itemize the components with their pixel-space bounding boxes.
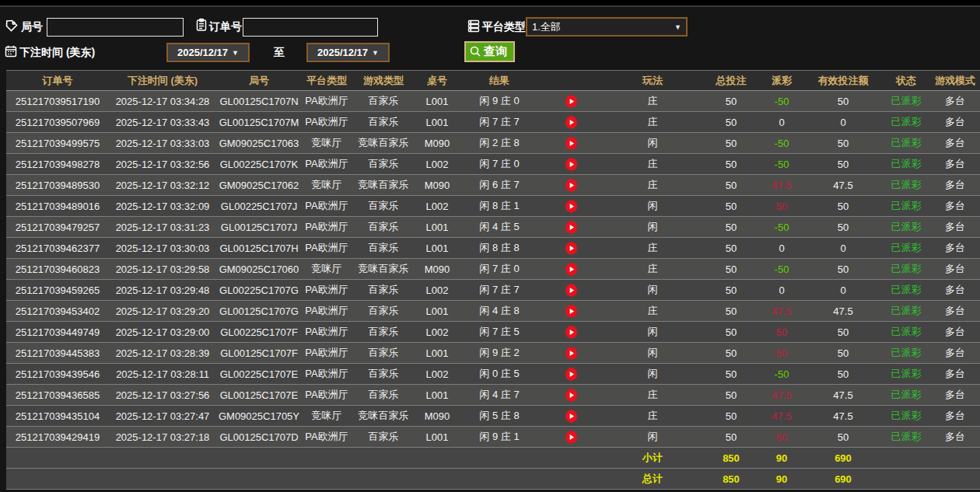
platform-select-value: 1.全部 (532, 20, 561, 34)
cell-time: 2025-12-17 03:31:23 (109, 217, 216, 238)
cell-table: L002 (415, 322, 459, 343)
search-button[interactable]: 查询 (464, 41, 515, 62)
cell-status: 已派彩 (882, 385, 930, 406)
cell-round: GL00225C1707E (216, 364, 302, 385)
date-from-select[interactable]: 2025/12/17 ▼ (166, 43, 250, 62)
cell-valid: 47.5 (804, 301, 882, 322)
table-row: 2512170394895302025-12-17 03:32:12GM0902… (6, 175, 980, 196)
date-range-to-label: 至 (274, 46, 285, 60)
bet-time-filter-label: 下注时间 (美东) (19, 46, 95, 60)
play-icon[interactable] (540, 154, 602, 175)
cell-time: 2025-12-17 03:27:18 (109, 427, 216, 448)
cell-order: 251217039460823 (6, 259, 109, 280)
cell-order: 251217039489530 (6, 175, 109, 196)
empty-cell (109, 469, 216, 490)
cell-status: 已派彩 (882, 154, 930, 175)
play-icon[interactable] (540, 364, 602, 385)
play-icon[interactable] (540, 175, 602, 196)
cell-round: GL00125C1707J (216, 217, 302, 238)
play-icon[interactable] (540, 196, 602, 217)
play-icon[interactable] (540, 280, 602, 301)
cell-mode: 多台 (930, 112, 980, 133)
calendar-icon (4, 44, 18, 58)
cell-game: 百家乐 (352, 217, 415, 238)
cell-game: 百家乐 (352, 238, 415, 259)
table-row: 2512170394534022025-12-17 03:29:20GL0012… (6, 301, 980, 322)
cell-mode: 多台 (930, 280, 980, 301)
cell-platform: PA欧洲厅 (302, 385, 352, 406)
subtotal-row-payout: 90 (759, 448, 804, 469)
cell-game: 百家乐 (352, 154, 415, 175)
col-header-total: 总投注 (703, 71, 759, 91)
cell-payout: 47.5 (759, 301, 804, 322)
cell-total: 50 (703, 217, 759, 238)
cell-order: 251217039435104 (6, 406, 109, 427)
play-icon[interactable] (540, 112, 602, 133)
date-to-select[interactable]: 2025/12/17 ▼ (306, 43, 390, 62)
table-row: 2512170394995752025-12-17 03:33:03GM0902… (6, 133, 980, 154)
cell-result: 闲 6 庄 7 (459, 175, 540, 196)
cell-order: 251217039449749 (6, 322, 109, 343)
play-icon[interactable] (540, 343, 602, 364)
grand-total-row-payout: 90 (759, 469, 804, 490)
col-header-order: 订单号 (6, 71, 109, 91)
cell-result: 闲 4 庄 7 (459, 385, 540, 406)
cell-total: 50 (703, 385, 759, 406)
grand-total-row-valid-bet: 690 (804, 469, 882, 490)
play-icon[interactable] (540, 427, 602, 448)
cell-mode: 多台 (930, 238, 980, 259)
cell-total: 50 (703, 133, 759, 154)
round-input[interactable] (47, 18, 184, 37)
col-header-table: 桌号 (415, 71, 459, 91)
cell-mode: 多台 (930, 301, 980, 322)
cell-table: L001 (415, 343, 459, 364)
play-icon[interactable] (540, 301, 602, 322)
play-icon[interactable] (540, 385, 602, 406)
cell-time: 2025-12-17 03:29:00 (109, 322, 216, 343)
cell-status: 已派彩 (882, 259, 930, 280)
cell-platform: PA欧洲厅 (302, 343, 352, 364)
play-icon[interactable] (540, 133, 602, 154)
magnifier-icon (469, 45, 482, 58)
cell-table: L001 (415, 91, 459, 112)
play-icon[interactable] (540, 259, 602, 280)
play-icon[interactable] (540, 217, 602, 238)
table-row: 2512170394608232025-12-17 03:29:58GM0902… (6, 259, 980, 280)
cell-mode: 多台 (930, 364, 980, 385)
cell-platform: PA欧洲厅 (302, 427, 352, 448)
cell-total: 50 (703, 322, 759, 343)
cell-platform: 竞咪厅 (302, 175, 352, 196)
chevron-down-icon: ▼ (232, 49, 239, 57)
cell-play: 闲 (602, 322, 703, 343)
play-icon[interactable] (540, 406, 602, 427)
bet-records-table: 订单号 下注时间 (美东) 局号 平台类型 游戏类型 桌号 结果 玩法 总投注 … (6, 70, 980, 490)
cell-valid: 50 (804, 91, 882, 112)
cell-payout: 50 (759, 196, 804, 217)
cell-status: 已派彩 (882, 406, 930, 427)
table-row: 2512170395171902025-12-17 03:34:28GL0012… (6, 91, 980, 112)
chevron-down-icon: ▼ (674, 23, 681, 31)
cell-total: 50 (703, 112, 759, 133)
cell-game: 百家乐 (352, 364, 415, 385)
play-icon[interactable] (540, 238, 602, 259)
table-row: 2512170394623772025-12-17 03:30:03GL0012… (6, 238, 980, 259)
cell-time: 2025-12-17 03:30:03 (109, 238, 216, 259)
platform-select[interactable]: 1.全部 ▼ (526, 17, 688, 37)
cell-game: 百家乐 (352, 427, 415, 448)
empty-cell (415, 448, 459, 469)
order-input[interactable] (243, 18, 378, 37)
play-icon[interactable] (540, 91, 602, 112)
cell-play: 庄 (602, 175, 703, 196)
empty-cell (6, 469, 109, 490)
cell-round: GL00225C1707J (216, 196, 302, 217)
cell-result: 闲 0 庄 5 (459, 364, 540, 385)
cell-total: 50 (703, 301, 759, 322)
col-header-round: 局号 (216, 71, 302, 91)
col-header-platform: 平台类型 (302, 71, 352, 91)
cell-time: 2025-12-17 03:28:39 (109, 343, 216, 364)
cell-mode: 多台 (930, 385, 980, 406)
cell-round: GM09025C17062 (216, 175, 302, 196)
cell-play: 闲 (602, 427, 703, 448)
play-icon[interactable] (540, 322, 602, 343)
cell-total: 50 (703, 154, 759, 175)
